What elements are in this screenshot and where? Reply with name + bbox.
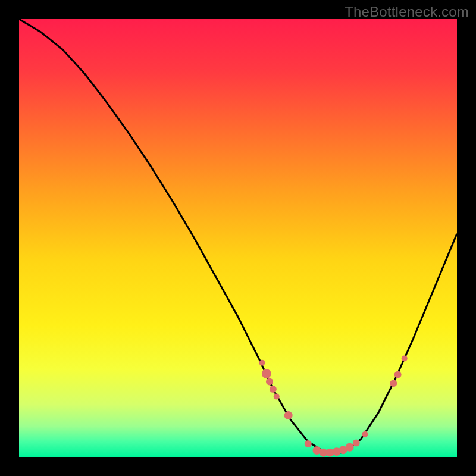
watermark-text: TheBottleneck.com (345, 4, 469, 20)
gradient-background (19, 19, 457, 457)
marker-point (402, 355, 408, 361)
marker-point (274, 393, 280, 399)
marker-point (346, 443, 354, 452)
marker-point (266, 378, 273, 385)
marker-point (394, 371, 402, 378)
marker-point (262, 369, 271, 378)
marker-point (390, 380, 397, 387)
marker-point (284, 411, 293, 419)
marker-point (270, 386, 277, 393)
marker-point (259, 360, 265, 366)
marker-point (305, 440, 312, 447)
bottleneck-chart (19, 19, 457, 457)
marker-point (353, 439, 360, 446)
chart-frame (19, 19, 457, 457)
marker-point (362, 431, 368, 437)
